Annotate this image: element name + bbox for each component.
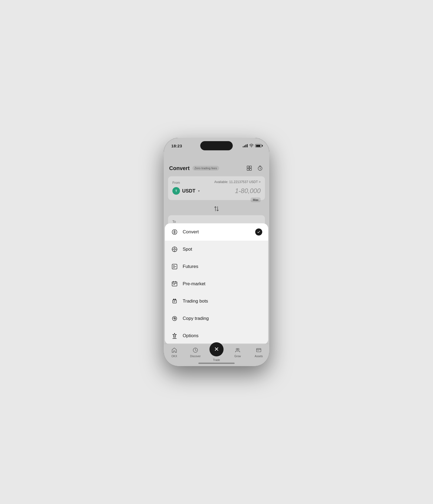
selected-checkmark — [255, 228, 262, 236]
convert-header: Convert Zero trading fees — [164, 150, 269, 176]
from-currency-name: USDT — [182, 188, 195, 194]
spot-menu-icon — [171, 246, 178, 253]
nav-label-okx: OKX — [171, 355, 177, 358]
home-indicator — [198, 363, 235, 364]
wifi-icon — [249, 144, 254, 148]
zero-fees-badge: Zero trading fees — [192, 166, 219, 171]
menu-item-tradingbots[interactable]: Trading bots — [165, 293, 268, 310]
close-icon: ✕ — [214, 346, 219, 352]
svg-point-18 — [238, 349, 239, 350]
futures-menu-label: Futures — [183, 264, 262, 269]
trade-type-sheet: Convert — [164, 223, 269, 366]
options-menu-label: Options — [183, 333, 262, 339]
nav-item-assets[interactable]: Assets — [248, 347, 269, 358]
svg-rect-1 — [247, 166, 249, 168]
swap-icon[interactable] — [212, 204, 221, 213]
from-currency-selector[interactable]: T USDT ▼ — [172, 187, 200, 195]
convert-menu-label: Convert — [183, 229, 251, 235]
header-icons — [245, 164, 264, 172]
timer-icon[interactable] — [256, 164, 264, 172]
futures-menu-icon — [171, 263, 178, 270]
svg-rect-11 — [173, 300, 176, 303]
nav-label-trade: Trade — [213, 359, 220, 362]
nav-item-discover[interactable]: Discover — [185, 347, 206, 358]
nav-label-assets: Assets — [255, 355, 263, 358]
signal-icon — [243, 144, 248, 147]
phone-frame: 18:23 — [164, 138, 269, 366]
svg-point-8 — [174, 248, 175, 250]
menu-item-premarket[interactable]: Pre-market — [165, 275, 268, 293]
copytrading-menu-label: Copy trading — [183, 316, 262, 321]
nav-item-okx[interactable]: OKX — [164, 347, 185, 358]
history-icon[interactable] — [245, 164, 253, 172]
from-chevron-icon: ▼ — [198, 190, 200, 193]
menu-item-futures[interactable]: Futures — [165, 258, 268, 275]
dynamic-island — [200, 141, 233, 150]
tradingbots-menu-icon — [171, 297, 178, 305]
premarket-menu-icon — [171, 280, 178, 288]
copytrading-menu-icon — [171, 315, 178, 322]
spot-menu-label: Spot — [183, 247, 262, 252]
available-balance[interactable]: Available: 11.22137537 USDT > — [214, 180, 261, 184]
menu-item-options[interactable]: Options — [165, 327, 268, 344]
nav-label-discover: Discover — [190, 355, 201, 358]
from-amount-input[interactable]: 1-80,000 — [235, 187, 261, 195]
svg-point-15 — [174, 318, 175, 319]
discover-icon — [192, 347, 199, 354]
battery-icon — [255, 144, 262, 147]
menu-item-copytrading[interactable]: Copy trading — [165, 310, 268, 327]
sheet-menu: Convert — [165, 223, 268, 344]
tradingbots-menu-label: Trading bots — [183, 299, 262, 304]
svg-rect-3 — [247, 168, 249, 170]
menu-item-spot[interactable]: Spot — [165, 241, 268, 258]
assets-icon — [255, 347, 262, 354]
to-label: To — [172, 220, 176, 224]
options-menu-icon — [171, 332, 178, 340]
svg-point-17 — [236, 349, 238, 350]
premarket-menu-label: Pre-market — [183, 281, 262, 287]
nav-item-trade[interactable]: ✕ Trade — [206, 347, 227, 362]
usdt-icon: T — [172, 187, 180, 195]
nav-label-grow: Grow — [234, 355, 241, 358]
svg-rect-4 — [250, 168, 251, 170]
convert-menu-icon — [171, 228, 178, 236]
swap-icon-container — [164, 202, 269, 215]
status-icons — [243, 144, 262, 148]
status-time: 18:23 — [171, 144, 182, 148]
from-label: From — [172, 181, 180, 185]
trade-close-button[interactable]: ✕ — [209, 342, 224, 356]
grow-icon — [234, 347, 241, 354]
svg-point-0 — [251, 147, 252, 147]
page-title: Convert — [169, 165, 190, 171]
svg-rect-19 — [257, 349, 261, 352]
convert-title-group: Convert Zero trading fees — [169, 165, 219, 171]
max-button[interactable]: Max — [251, 197, 261, 202]
svg-rect-2 — [250, 166, 251, 168]
okx-home-icon — [171, 347, 178, 354]
menu-item-convert[interactable]: Convert — [165, 223, 268, 241]
from-section: From Available: 11.22137537 USDT > T USD… — [168, 176, 265, 200]
from-currency-row: T USDT ▼ 1-80,000 — [172, 187, 261, 195]
phone-screen: 18:23 — [164, 138, 269, 366]
nav-item-grow[interactable]: Grow — [227, 347, 248, 358]
